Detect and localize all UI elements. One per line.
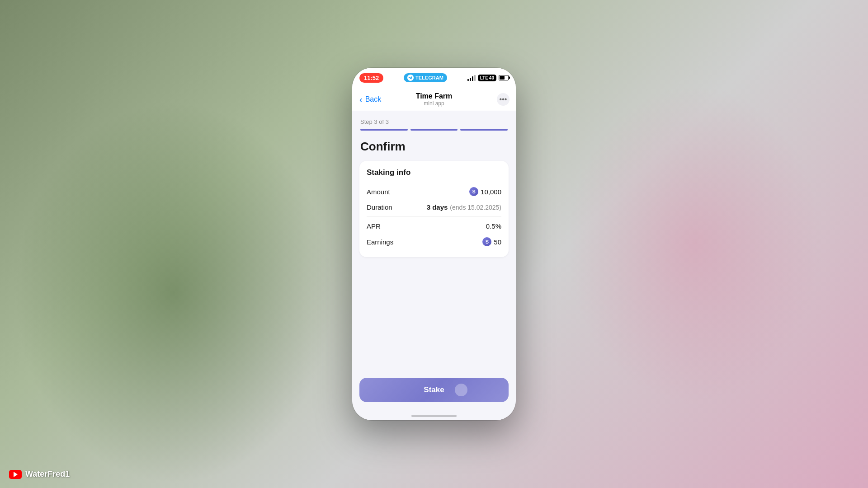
youtube-play-triangle: [14, 472, 18, 477]
nav-title: Time Farm: [416, 92, 453, 100]
telegram-icon: [407, 75, 414, 81]
telegram-label: TELEGRAM: [415, 75, 443, 80]
divider: [367, 216, 501, 217]
amount-row: Amount S 10,000: [367, 183, 501, 200]
earnings-label: Earnings: [367, 238, 393, 246]
signal-bar-3: [472, 76, 473, 81]
more-icon: •••: [500, 95, 507, 103]
apr-label: APR: [367, 222, 381, 230]
progress-bars: [360, 129, 508, 131]
progress-bar-1: [360, 129, 408, 131]
token-icon-earnings: S: [482, 237, 491, 246]
content-area: Step 3 of 3 Confirm Staking info Amount …: [352, 111, 516, 372]
signal-bars: [467, 75, 476, 81]
back-label: Back: [365, 95, 382, 103]
amount-value: S 10,000: [469, 187, 501, 196]
home-indicator-bar: [411, 415, 457, 417]
apr-row: APR 0.5%: [367, 219, 501, 234]
nav-title-container: Time Farm mini app: [416, 92, 453, 107]
nav-bar: ‹ Back Time Farm mini app •••: [352, 88, 516, 111]
duration-main: 3 days: [427, 203, 448, 211]
bottom-area: Stake: [352, 372, 516, 411]
step-label: Step 3 of 3: [360, 118, 508, 125]
telegram-badge: TELEGRAM: [404, 73, 447, 82]
staking-card-title: Staking info: [367, 168, 501, 177]
nav-subtitle: mini app: [416, 100, 453, 107]
battery-percent: 40: [489, 75, 494, 80]
home-indicator: [352, 411, 516, 420]
earnings-row: Earnings S 50: [367, 234, 501, 250]
earnings-value: S 50: [482, 237, 501, 246]
amount-label: Amount: [367, 188, 390, 196]
battery-fill: [500, 76, 505, 80]
back-chevron-icon: ‹: [359, 95, 363, 104]
status-time: 11:52: [359, 73, 383, 83]
page-title: Confirm: [352, 134, 516, 161]
amount-number: 10,000: [481, 188, 501, 196]
progress-bar-2: [410, 129, 458, 131]
more-button[interactable]: •••: [497, 93, 509, 106]
lte-label: LTE: [480, 75, 488, 80]
token-icon-amount: S: [469, 187, 478, 196]
back-button[interactable]: ‹ Back: [359, 95, 381, 104]
status-right: LTE 40: [467, 75, 509, 81]
duration-sub: (ends 15.02.2025): [450, 204, 501, 211]
signal-bar-2: [470, 78, 471, 81]
signal-bar-4: [474, 75, 476, 81]
stake-button-label: Stake: [424, 385, 444, 394]
watermark: WaterFred1: [9, 469, 70, 479]
lte-badge: LTE 40: [478, 75, 496, 81]
battery-icon: [499, 75, 509, 80]
duration-row: Duration 3 days (ends 15.02.2025): [367, 200, 501, 215]
phone-frame: 11:52 TELEGRAM LTE 40: [352, 68, 516, 420]
staking-card: Staking info Amount S 10,000 Duration 3 …: [359, 161, 509, 257]
duration-label: Duration: [367, 203, 392, 211]
youtube-icon: [9, 470, 22, 479]
status-bar: 11:52 TELEGRAM LTE 40: [352, 68, 516, 88]
stake-button[interactable]: Stake: [359, 378, 509, 402]
progress-bar-3: [460, 129, 508, 131]
signal-bar-1: [467, 79, 469, 81]
status-center: TELEGRAM: [404, 73, 447, 82]
duration-value: 3 days (ends 15.02.2025): [427, 203, 501, 211]
earnings-number: 50: [494, 238, 501, 246]
stake-button-circle: [455, 384, 467, 396]
apr-value: 0.5%: [486, 222, 501, 230]
step-section: Step 3 of 3: [352, 111, 516, 134]
watermark-text: WaterFred1: [25, 469, 70, 479]
